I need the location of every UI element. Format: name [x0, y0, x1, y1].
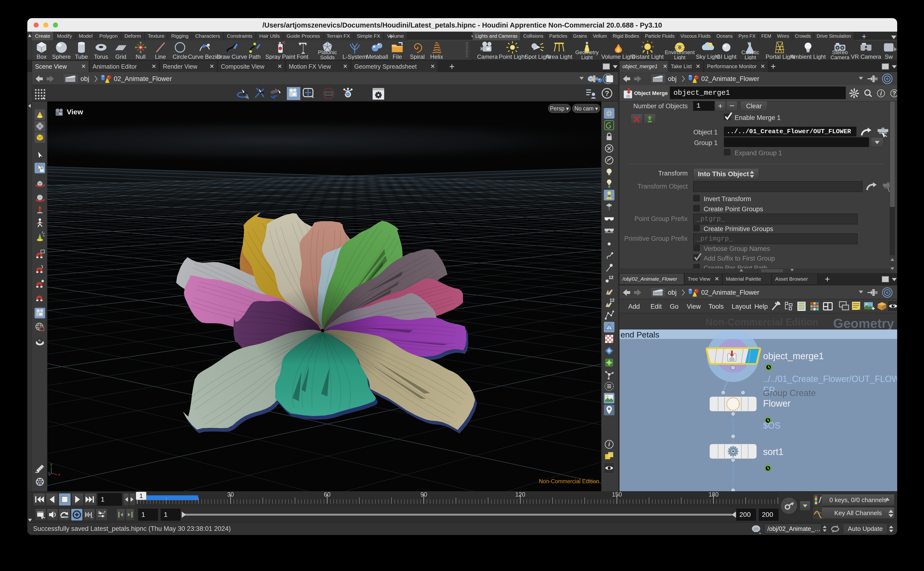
- svg-text:60: 60: [324, 491, 331, 498]
- svg-text:?: ?: [605, 89, 609, 97]
- svg-text:30: 30: [227, 491, 234, 498]
- svg-text:?: ?: [892, 90, 896, 97]
- svg-text:View: View: [67, 108, 83, 116]
- svg-text:i: i: [880, 90, 882, 97]
- svg-text:150: 150: [612, 491, 622, 498]
- svg-text:y: y: [50, 462, 52, 466]
- svg-text:90: 90: [420, 491, 427, 498]
- svg-text:x: x: [58, 472, 60, 477]
- svg-text:120: 120: [515, 491, 525, 498]
- svg-text:12: 12: [610, 298, 614, 302]
- svg-text:180: 180: [708, 491, 719, 498]
- svg-text:12: 12: [609, 275, 613, 280]
- svg-text:z: z: [48, 471, 50, 475]
- svg-text:i: i: [608, 441, 610, 448]
